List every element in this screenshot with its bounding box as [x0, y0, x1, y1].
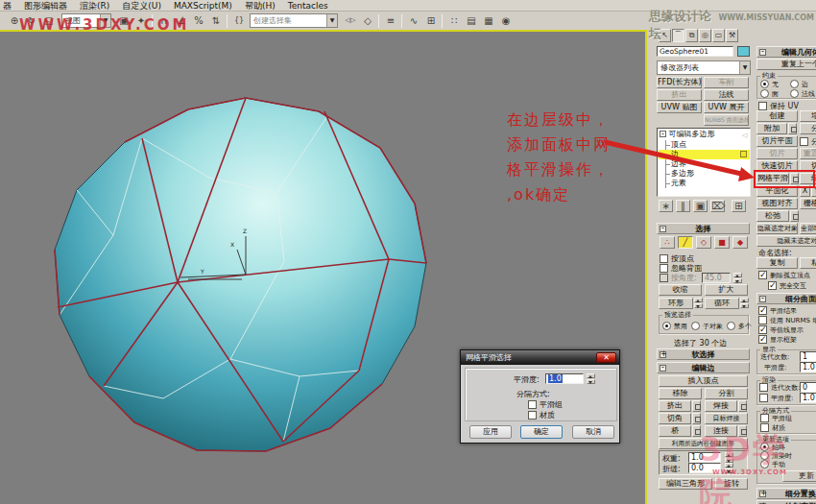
menu-item-rendering[interactable]: 渲染(R) [80, 1, 109, 11]
extrude-button[interactable]: 挤出 [659, 400, 691, 412]
render-setup-icon[interactable]: ▤ [463, 13, 480, 29]
vertex-subobject-icon[interactable]: ∴ [660, 236, 675, 249]
unwrap-uvw-button[interactable]: UVW 展开 [704, 102, 749, 113]
unhide-all-button[interactable]: 全部取消隐藏 [800, 223, 816, 234]
configure-modifier-sets-icon[interactable]: ⊞ [732, 200, 746, 212]
crease-field[interactable]: 0.0 [688, 463, 721, 473]
element-subobject-icon[interactable]: ◆ [732, 236, 748, 249]
named-selection-set-dropdown[interactable]: 创建选择集▼ [250, 13, 338, 28]
target-weld-button[interactable]: 目标焊接 [705, 413, 748, 424]
curve-editor-icon[interactable]: ∿ [405, 13, 422, 29]
spinner-down-icon[interactable] [587, 379, 595, 384]
menu-item-partial[interactable]: 器 [3, 1, 12, 11]
render-iterations-field[interactable]: 0 [800, 382, 816, 393]
close-icon[interactable]: ✕ [596, 352, 616, 363]
spinner-up-icon[interactable] [725, 463, 733, 468]
weld-settings-icon[interactable] [738, 400, 747, 412]
subdiv-displacement-rollout-header[interactable]: 细分置换 [756, 488, 816, 499]
ring-button[interactable]: 环形 [659, 298, 693, 309]
materials-checkbox[interactable]: 材质 [760, 423, 785, 434]
menu-item-graph-editors[interactable]: 图形编辑器 [24, 1, 67, 11]
stack-item-edge[interactable]: 边 [671, 150, 679, 159]
chamfer-settings-icon[interactable] [692, 413, 701, 424]
spinner-up-icon[interactable] [733, 273, 742, 277]
material-editor-icon[interactable]: ∷ [445, 13, 463, 29]
constraint-face-radio[interactable]: 面 [760, 89, 779, 100]
spinner-up-icon[interactable] [725, 452, 733, 457]
weight-spinner[interactable] [725, 452, 733, 463]
relax-settings-icon[interactable] [790, 210, 799, 222]
chevron-down-icon[interactable]: ▼ [739, 61, 750, 74]
lathe-button[interactable]: 车削 [704, 77, 749, 88]
make-unique-icon[interactable]: ▣ [693, 200, 708, 212]
normal-modifier-button[interactable]: 法线 [704, 89, 749, 101]
update-button[interactable]: 更新 [782, 470, 816, 482]
edit-geometry-rollout-header[interactable]: 编辑几何体 [756, 46, 816, 58]
uvw-map-button[interactable]: UVW 贴图 [657, 102, 702, 113]
chamfer-button[interactable]: 切角 [659, 413, 691, 424]
display-iterations-field[interactable]: 1 [800, 351, 816, 362]
align-icon[interactable]: ◇ [359, 13, 376, 29]
spinner-up-icon[interactable] [587, 373, 595, 378]
relax-button[interactable]: 松弛 [756, 210, 789, 222]
stack-item-element[interactable]: 元素 [671, 179, 686, 188]
nurbs-surface-select-button[interactable]: NURBS 曲面选择 [704, 114, 749, 126]
connect-button[interactable]: 连接 [705, 425, 737, 437]
spinner-down-icon[interactable] [740, 303, 749, 308]
constraint-normal-radio[interactable]: 法线 [790, 89, 815, 100]
extrude-settings-icon[interactable] [692, 400, 701, 412]
split-button[interactable]: 分割 [705, 388, 748, 399]
spinner-down-icon[interactable] [733, 278, 742, 283]
turn-button[interactable]: 旋转 [715, 478, 748, 490]
hide-unselected-button[interactable]: 隐藏未选定对象 [756, 235, 816, 247]
remove-modifier-icon[interactable]: ⌦ [710, 200, 725, 212]
collapse-icon[interactable]: - [660, 131, 666, 137]
attach-settings-icon[interactable] [788, 123, 797, 134]
polygon-subobject-icon[interactable]: ■ [714, 236, 730, 249]
split-checkbox[interactable]: 分割 [800, 136, 816, 147]
stack-root-row[interactable]: - 可编辑多边形 ◁ [660, 130, 715, 139]
delete-isolated-checkbox[interactable]: 删除孤立顶点 [758, 271, 810, 281]
full-interactivity-checkbox[interactable]: 完全交互 [768, 281, 806, 292]
bridge-button[interactable]: 桥 [659, 425, 691, 437]
grow-button[interactable]: 扩大 [705, 284, 748, 296]
soft-selection-rollout-header[interactable]: 软选择 [657, 348, 750, 360]
loop-spinner[interactable] [740, 298, 749, 308]
spinner-down-icon[interactable] [694, 303, 703, 308]
render-smoothness-field[interactable]: 1.0 [800, 393, 816, 403]
grid-align-button[interactable]: 栅格对齐 [800, 198, 816, 209]
chevron-down-icon[interactable]: ▼ [326, 14, 337, 27]
render-smoothness-checkbox[interactable]: 平滑度: [759, 394, 793, 404]
border-subobject-icon[interactable]: ◇ [696, 236, 711, 249]
reset-plane-button[interactable]: 重置平面 [800, 148, 816, 159]
update-manually-radio[interactable]: 手动 [760, 460, 785, 470]
layer-manager-icon[interactable]: ≡ [382, 13, 399, 29]
remove-button[interactable]: 移除 [659, 388, 702, 399]
percent-snap-icon[interactable]: % [190, 13, 207, 29]
by-angle-checkbox[interactable]: 按角度: [660, 273, 697, 283]
create-shape-button[interactable]: 利用所选内容创建图形 [659, 438, 748, 449]
paint-deform-rollout-header[interactable]: 绘制变形 [756, 500, 816, 504]
insert-vertex-button[interactable]: 插入顶点 [659, 375, 748, 387]
spinner-snap-icon[interactable]: ⇅ [207, 13, 225, 29]
weld-button[interactable]: 焊接 [705, 400, 737, 412]
object-color-swatch[interactable] [737, 46, 750, 57]
rendered-frame-icon[interactable]: ▦ [480, 13, 497, 29]
pin-stack-icon[interactable]: ∗ [659, 200, 673, 212]
preview-subobj-radio[interactable]: 子对象 [691, 322, 723, 332]
stack-item-border[interactable]: 边界 [671, 159, 686, 169]
object-name-field[interactable]: GeoSphere01 [657, 46, 733, 57]
collapse-button[interactable]: 塌陷 [800, 110, 816, 122]
attach-button[interactable]: 附加 [756, 123, 787, 134]
hide-selected-button[interactable]: 隐藏选定对象 [756, 223, 798, 234]
weight-field[interactable]: 1.0 [688, 452, 721, 463]
slice-button[interactable]: 切片 [756, 148, 798, 159]
ffd-box-button[interactable]: FFD(长方体) [657, 77, 702, 88]
slice-plane-button[interactable]: 切片平面 [756, 135, 798, 147]
ok-button[interactable]: 确定 [520, 425, 563, 439]
preview-disable-radio[interactable]: 禁用 [662, 322, 687, 332]
by-angle-field[interactable]: 45.0 [702, 273, 731, 283]
mirror-icon[interactable]: ◁▷ [342, 13, 359, 29]
spinner-down-icon[interactable] [725, 468, 733, 473]
selection-rollout-header[interactable]: 选择 [657, 223, 750, 234]
